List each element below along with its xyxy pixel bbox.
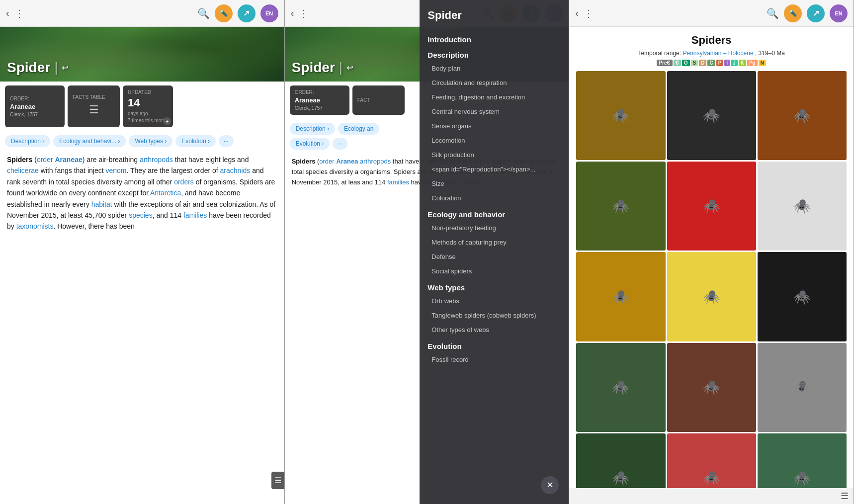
hero-share-2[interactable]: ↩ [346, 63, 353, 73]
a-arthropods-2[interactable]: arthropods [360, 158, 391, 165]
spider-thumb-11[interactable]: 🕷️ [667, 343, 756, 432]
article-link-arthropods[interactable]: arthropods [140, 156, 173, 164]
spider-thumb-6[interactable]: 🕷️ [758, 162, 847, 251]
avatar-lang-1[interactable]: EN [260, 4, 278, 22]
tag-description-2[interactable]: Description › [290, 123, 335, 135]
plus-badge[interactable]: + [163, 117, 171, 125]
updated-unit: days ago [128, 111, 168, 116]
spider-thumb-3[interactable]: 🕷️ [758, 71, 847, 160]
menu-section-webtypes[interactable]: Web types [420, 278, 569, 294]
article-link-chelicerae[interactable]: chelicerae [7, 167, 39, 174]
article-link-habitat[interactable]: habitat [91, 200, 112, 208]
search-icon-3[interactable]: 🔍 [767, 7, 779, 19]
menu-item-circulation[interactable]: Circulation and respiration [420, 76, 569, 90]
hero-share-1[interactable]: ↩ [62, 63, 68, 73]
avatar-share-3[interactable]: ↗ [807, 4, 825, 22]
menu-item-cns[interactable]: Central nervous system [420, 104, 569, 119]
menu-item-coloration[interactable]: Coloration [420, 191, 569, 205]
a-families-2[interactable]: families [387, 178, 409, 186]
menu-item-bodyplan[interactable]: Body plan [420, 61, 569, 76]
spider-thumb-7[interactable]: 🕷️ [576, 252, 665, 341]
menu-item-nonpred[interactable]: Non-predatory feeding [420, 221, 569, 235]
spider-thumb-14[interactable]: 🕷️ [667, 433, 756, 488]
updated-num: 14 [128, 96, 168, 109]
tag-ecology[interactable]: Ecology and behavi... › [53, 135, 126, 147]
menu-item-social[interactable]: Social spiders [420, 264, 569, 278]
article-spiders: Spiders [7, 156, 32, 164]
info-card-order[interactable]: ORDER: Araneae Clerck, 1757 [5, 85, 65, 127]
article-link-species[interactable]: species [129, 211, 152, 219]
spider-thumb-12[interactable]: 🕷️ [758, 343, 847, 432]
menu-section-introduction[interactable]: Introduction [420, 30, 569, 46]
article-link-venom[interactable]: venom [105, 167, 126, 174]
spider-thumb-8[interactable]: 🕷️ [667, 252, 756, 341]
order-label: ORDER: [10, 96, 60, 101]
tag-more[interactable]: ··· [219, 135, 234, 147]
menu-item-otherwebs[interactable]: Other types of webs [420, 323, 569, 337]
back-button-3[interactable]: ‹ [575, 7, 579, 19]
menu-item-sense[interactable]: Sense organs [420, 119, 569, 133]
spider-thumb-4[interactable]: 🕷️ [576, 162, 665, 251]
a-araneae-2[interactable]: Aranea [336, 158, 358, 165]
menu-button-2[interactable]: ⋮ [299, 7, 309, 19]
spider-thumb-15[interactable]: 🕷️ [758, 433, 847, 488]
temporal-link[interactable]: Pennsylvanian – Holocene [683, 50, 753, 57]
article-link-antarctica[interactable]: Antarctica [150, 189, 181, 197]
panel-2: ‹ ⋮ 🔍 🔦 ↗ EN Spider | ↩ ORDER: Araneae C… [285, 0, 570, 504]
avatar-flashlight-3[interactable]: 🔦 [784, 4, 802, 22]
menu-item-fossil[interactable]: Fossil record [420, 352, 569, 367]
toc-icon-3[interactable]: ☰ [841, 491, 849, 502]
tag-evolution-2[interactable]: Evolution › [290, 138, 330, 150]
back-button-1[interactable]: ‹ [6, 7, 9, 19]
menu-item-orbwebs[interactable]: Orb webs [420, 294, 569, 308]
info-card-facts-2[interactable]: FACT [352, 85, 405, 115]
info-card-updated[interactable]: UPDATED 14 days ago 7 times this month + [123, 85, 173, 127]
info-overlay: ✕ Spiders Temporal range: Pennsylvanian … [569, 27, 854, 504]
hero-title-text-1: Spider [7, 60, 50, 76]
spider-thumb-2[interactable]: 🕷️ [667, 71, 756, 160]
menu-item-defense[interactable]: Defense [420, 250, 569, 264]
menu-item-feeding[interactable]: Feeding, digestion and excretion [420, 90, 569, 104]
article-link-orders[interactable]: orders [174, 178, 194, 186]
spider-thumb-1[interactable]: 🕷️ [576, 71, 665, 160]
avatar-share-1[interactable]: ↗ [238, 4, 256, 22]
menu-section-description[interactable]: Description [420, 46, 569, 61]
spider-thumb-10[interactable]: 🕷️ [576, 343, 665, 432]
avatar-lang-3[interactable]: EN [830, 4, 848, 22]
article-link-araneae[interactable]: Araneae [55, 156, 83, 164]
search-icon-1[interactable]: 🔍 [197, 7, 210, 19]
article-link-families[interactable]: families [183, 211, 207, 219]
menu-item-size[interactable]: Size [420, 176, 569, 191]
info-card-order-2[interactable]: ORDER: Araneae Clerck, 1757 [290, 85, 349, 115]
spider-thumb-9[interactable]: 🕷️ [758, 252, 847, 341]
article-link-taxonomists[interactable]: taxonomists [16, 222, 54, 230]
temporal-range: Temporal range: Pennsylvanian – Holocene… [576, 50, 847, 57]
menu-item-reproduction[interactable]: <span id="Reproduction"></span>... [420, 162, 569, 176]
toc-button-1[interactable]: ☰ [271, 472, 284, 489]
spider-img-12: 🕷️ [758, 343, 847, 432]
menu-item-locomotion[interactable]: Locomotion [420, 133, 569, 148]
back-button-2[interactable]: ‹ [291, 7, 294, 19]
tag-more-2[interactable]: ··· [333, 138, 347, 150]
avatar-flashlight-1[interactable]: 🔦 [215, 4, 233, 22]
tag-ecology-2[interactable]: Ecology an [338, 123, 379, 135]
menu-list[interactable]: Introduction Description Body plan Circu… [420, 27, 569, 504]
menu-button-1[interactable]: ⋮ [14, 7, 24, 19]
spider-img-10: 🕷️ [576, 343, 665, 432]
a-order-2[interactable]: order [319, 158, 334, 165]
info-card-facts[interactable]: FACTS TABLE ☰ [68, 85, 120, 127]
menu-item-tangleweb[interactable]: Tangleweb spiders (cobweb spiders) [420, 308, 569, 323]
spider-thumb-13[interactable]: 🕷️ [576, 433, 665, 488]
menu-item-capturing[interactable]: Methods of capturing prey [420, 235, 569, 250]
menu-item-silk[interactable]: Silk production [420, 148, 569, 162]
tag-evolution[interactable]: Evolution › [175, 135, 216, 147]
menu-section-evolution[interactable]: Evolution [420, 337, 569, 352]
menu-button-3[interactable]: ⋮ [584, 7, 594, 19]
menu-section-ecology[interactable]: Ecology and behavior [420, 205, 569, 221]
spider-img-5: 🕷️ [667, 162, 756, 251]
article-link-order[interactable]: order [37, 156, 53, 164]
tag-webtypes[interactable]: Web types › [129, 135, 172, 147]
article-link-arachnids[interactable]: arachnids [220, 167, 251, 174]
spider-thumb-5[interactable]: 🕷️ [667, 162, 756, 251]
tag-description[interactable]: Description › [5, 135, 50, 147]
